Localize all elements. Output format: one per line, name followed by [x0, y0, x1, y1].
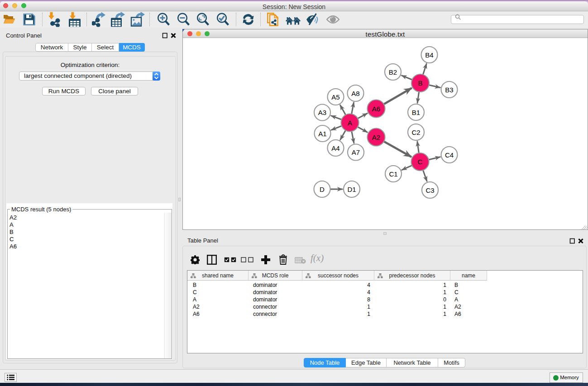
svg-text:A8: A8 [351, 89, 359, 97]
svg-text:A6: A6 [372, 105, 380, 112]
svg-text:A: A [347, 119, 352, 126]
svg-text:B3: B3 [445, 86, 453, 93]
svg-text:A2: A2 [372, 133, 380, 141]
svg-text:B2: B2 [388, 68, 397, 76]
svg-text:A4: A4 [331, 144, 339, 152]
svg-text:C2: C2 [411, 128, 420, 136]
svg-text:C4: C4 [445, 151, 453, 158]
svg-text:D: D [320, 185, 325, 193]
svg-text:B: B [418, 79, 422, 87]
svg-text:D1: D1 [347, 185, 356, 193]
svg-text:A1: A1 [318, 129, 326, 137]
svg-text:C1: C1 [389, 170, 397, 177]
svg-text:B4: B4 [425, 51, 433, 58]
svg-text:A7: A7 [351, 148, 359, 156]
svg-text:C: C [417, 158, 422, 166]
svg-text:A3: A3 [318, 109, 326, 116]
svg-text:A5: A5 [331, 93, 339, 100]
svg-text:C3: C3 [425, 186, 434, 194]
svg-text:B1: B1 [411, 108, 420, 116]
